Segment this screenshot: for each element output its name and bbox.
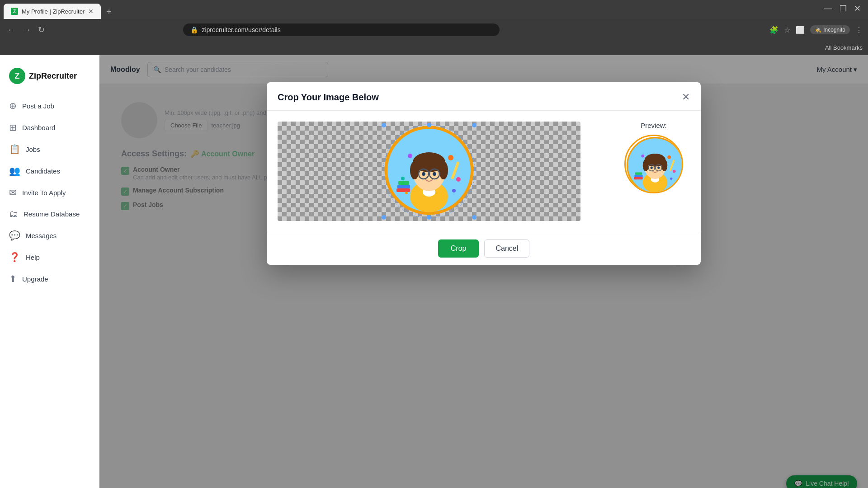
preview-label: Preview:: [641, 122, 667, 129]
svg-point-25: [405, 192, 408, 194]
nav-right-controls: 🧩 ☆ ⬜ 🕵 Incognito ⋮: [769, 25, 863, 34]
sidebar-item-label-upgrade: Upgrade: [22, 275, 48, 283]
incognito-label: Incognito: [823, 27, 845, 33]
svg-point-20: [448, 155, 453, 160]
upgrade-icon: ⬆: [9, 273, 17, 284]
svg-rect-42: [634, 177, 643, 179]
bookmarks-bar: All Bookmarks: [0, 41, 868, 55]
address-bar[interactable]: 🔒 ziprecruiter.com/user/details: [183, 23, 500, 36]
new-tab-button[interactable]: +: [103, 5, 115, 19]
crop-button[interactable]: Crop: [438, 239, 479, 258]
svg-point-47: [673, 170, 676, 173]
close-button[interactable]: ✕: [854, 4, 861, 14]
svg-point-21: [408, 154, 412, 158]
incognito-icon: 🕵: [815, 27, 821, 33]
sidebar-item-candidates[interactable]: 👥 Candidates: [0, 160, 99, 182]
svg-point-36: [661, 160, 667, 171]
split-view-icon[interactable]: ⬜: [796, 26, 805, 34]
svg-point-45: [667, 155, 671, 159]
cancel-button[interactable]: Cancel: [484, 239, 529, 258]
svg-point-15: [422, 172, 425, 176]
back-button[interactable]: ←: [5, 23, 17, 37]
window-controls: — ❐ ✕: [824, 4, 861, 14]
sidebar-item-post-a-job[interactable]: ⊕ Post a Job: [0, 95, 99, 117]
svg-point-48: [670, 178, 672, 180]
crop-canvas[interactable]: [278, 122, 580, 221]
tab-bar: Z My Profile | ZipRecruiter ✕ + — ❐ ✕: [0, 0, 868, 19]
svg-point-46: [641, 155, 644, 158]
more-options-icon[interactable]: ⋮: [855, 26, 863, 34]
logo-text: ZipRecruiter: [29, 71, 77, 81]
sidebar-item-help[interactable]: ❓ Help: [0, 246, 99, 268]
messages-icon: 💬: [9, 230, 20, 241]
modal-title: Crop Your Image Below: [278, 92, 379, 103]
dashboard-icon: ⊞: [9, 122, 17, 133]
sidebar-item-label-dashboard: Dashboard: [22, 124, 55, 131]
candidates-icon: 👥: [9, 165, 20, 176]
nav-bar: ← → ↻ 🔒 ziprecruiter.com/user/details 🧩 …: [0, 19, 868, 41]
svg-rect-43: [635, 175, 643, 177]
browser-window: Z My Profile | ZipRecruiter ✕ + — ❐ ✕ ← …: [0, 0, 868, 488]
svg-point-35: [643, 160, 649, 171]
favicon: Z: [11, 8, 18, 15]
app-container: Z ZipRecruiter ⊕ Post a Job ⊞ Dashboard …: [0, 55, 868, 488]
tab-title: My Profile | ZipRecruiter: [22, 8, 85, 15]
resume-icon: 🗂: [9, 209, 18, 219]
modal-close-button[interactable]: ✕: [682, 91, 690, 103]
active-tab[interactable]: Z My Profile | ZipRecruiter ✕: [4, 4, 101, 19]
bookmark-icon[interactable]: ☆: [784, 26, 790, 34]
teacher-avatar-svg: [384, 125, 474, 216]
refresh-button[interactable]: ↻: [36, 23, 47, 37]
sidebar-item-resume-database[interactable]: 🗂 Resume Database: [0, 203, 99, 225]
preview-avatar-svg: [626, 136, 683, 193]
svg-rect-19: [398, 181, 409, 185]
sidebar-item-invite-to-apply[interactable]: ✉ Invite To Apply: [0, 182, 99, 203]
sidebar-item-label-invite-to-apply: Invite To Apply: [22, 189, 66, 197]
modal-footer: Crop Cancel: [267, 232, 701, 265]
sidebar-item-jobs[interactable]: 📋 Jobs: [0, 138, 99, 160]
sidebar-item-dashboard[interactable]: ⊞ Dashboard: [0, 117, 99, 138]
sidebar-item-label-candidates: Candidates: [26, 167, 60, 175]
svg-point-11: [439, 161, 448, 179]
extensions-icon[interactable]: 🧩: [769, 26, 778, 34]
crop-handle-br[interactable]: [472, 215, 476, 220]
svg-point-24: [452, 189, 456, 192]
lock-icon: 🔒: [190, 26, 198, 33]
jobs-icon: 📋: [9, 144, 20, 155]
crop-handle-bl[interactable]: [382, 215, 386, 220]
minimize-button[interactable]: —: [824, 4, 832, 14]
svg-text:Z: Z: [15, 71, 20, 80]
crop-handle-bm[interactable]: [427, 215, 431, 220]
svg-rect-17: [396, 188, 410, 192]
sidebar-item-label-resume-database: Resume Database: [24, 210, 80, 218]
sidebar-item-upgrade[interactable]: ⬆ Upgrade: [0, 268, 99, 290]
crop-area[interactable]: [278, 122, 603, 221]
help-icon: ❓: [9, 252, 20, 263]
all-bookmarks-label[interactable]: All Bookmarks: [825, 44, 863, 51]
modal-overlay: Crop Your Image Below ✕: [99, 55, 868, 488]
sidebar-item-messages[interactable]: 💬 Messages: [0, 225, 99, 246]
svg-point-41: [657, 167, 660, 169]
modal-header: Crop Your Image Below ✕: [267, 82, 701, 111]
forward-button[interactable]: →: [21, 23, 33, 37]
preview-circle: [624, 135, 683, 193]
sidebar: Z ZipRecruiter ⊕ Post a Job ⊞ Dashboard …: [0, 55, 99, 488]
svg-point-16: [433, 172, 436, 176]
modal-body: Preview:: [267, 111, 701, 232]
main-content: Moodloy 🔍 Search your candidates My Acco…: [99, 55, 868, 488]
svg-point-23: [401, 177, 405, 180]
incognito-badge: 🕵 Incognito: [810, 25, 850, 34]
sidebar-item-label-help: Help: [26, 253, 40, 261]
svg-rect-18: [397, 185, 410, 188]
ziprecruiter-logo-icon: Z: [9, 68, 25, 84]
url-text: ziprecruiter.com/user/details: [202, 26, 280, 33]
crop-image-container[interactable]: [384, 125, 474, 217]
tab-close-button[interactable]: ✕: [88, 8, 94, 15]
svg-point-40: [651, 167, 653, 169]
svg-point-10: [410, 161, 419, 179]
sidebar-item-label-messages: Messages: [26, 232, 57, 239]
sidebar-item-label-jobs: Jobs: [26, 145, 40, 153]
preview-area: Preview:: [618, 122, 690, 193]
post-a-job-icon: ⊕: [9, 100, 17, 111]
maximize-button[interactable]: ❐: [840, 4, 847, 14]
